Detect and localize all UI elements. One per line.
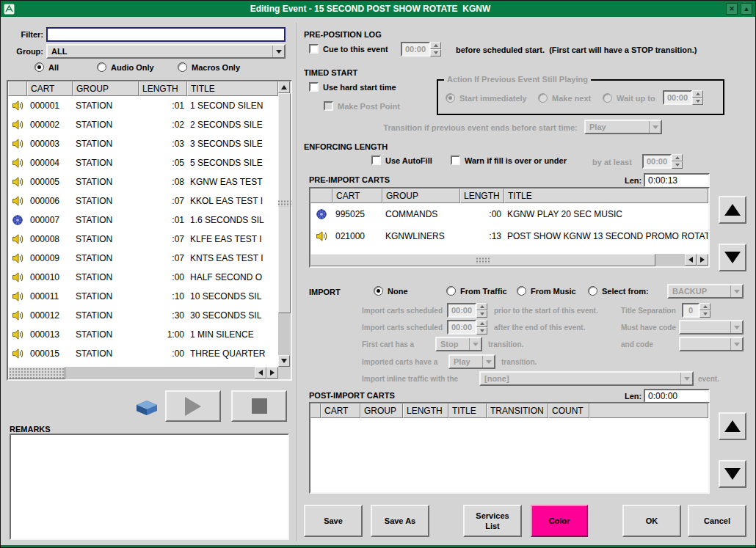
spin-arrows[interactable] bbox=[476, 320, 487, 335]
table-row[interactable]: 000003STATION:033 SECONDS SILE bbox=[8, 134, 278, 153]
cancel-button[interactable]: Cancel bbox=[688, 505, 746, 537]
save-button[interactable]: Save bbox=[304, 505, 363, 537]
cue-to-event-checkbox[interactable]: Cue to this event bbox=[309, 44, 388, 54]
filter-radio-all[interactable]: All bbox=[34, 62, 59, 72]
start-immediately-radio[interactable]: Start immediately bbox=[446, 93, 527, 103]
table-row[interactable]: 000015STATION:00THREE QUARTER bbox=[8, 344, 278, 363]
spin-arrows[interactable] bbox=[692, 90, 703, 105]
col-cart[interactable]: CART bbox=[332, 189, 382, 203]
col-count[interactable]: COUNT bbox=[548, 403, 589, 418]
col-title[interactable]: TITLE bbox=[448, 403, 487, 418]
spin-arrows[interactable] bbox=[430, 42, 441, 56]
use-autofill-checkbox[interactable]: Use AutoFill bbox=[371, 156, 432, 165]
pre-import-hscrollbar[interactable] bbox=[310, 254, 708, 266]
save-as-button[interactable]: Save As bbox=[371, 505, 429, 537]
scroll-left-icon[interactable] bbox=[685, 254, 697, 266]
and-code-combobox[interactable] bbox=[679, 337, 744, 351]
import-from-traffic-radio[interactable]: From Traffic bbox=[446, 286, 507, 296]
wait-time-spinbox[interactable]: 00:00 bbox=[663, 90, 703, 105]
title-separation-spinbox[interactable]: 0 bbox=[682, 303, 710, 318]
scroll-right-icon[interactable] bbox=[266, 367, 278, 379]
shade-icon[interactable]: ▲ bbox=[741, 3, 752, 15]
services-list-button[interactable]: Services List bbox=[463, 505, 522, 537]
warn-threshold-spinbox[interactable]: 00:00 bbox=[642, 154, 683, 169]
select-from-combobox[interactable]: BACKUP bbox=[667, 284, 744, 299]
warn-fill-checkbox[interactable]: Warn if fill is over or under bbox=[451, 156, 567, 165]
col-title[interactable]: TITLE bbox=[504, 189, 708, 203]
spin-arrows[interactable] bbox=[672, 154, 683, 169]
table-row[interactable]: 000009STATION:07KNTS EAS TEST I bbox=[8, 249, 278, 268]
scroll-thumb[interactable] bbox=[310, 254, 655, 266]
wait-up-to-radio[interactable]: Wait up to bbox=[603, 93, 655, 103]
col-length[interactable]: LENGTH bbox=[403, 403, 448, 418]
table-row[interactable]: 000002STATION:022 SECONDS SILE bbox=[8, 115, 278, 134]
table-row[interactable]: 000005STATION:08KGNW EAS TEST bbox=[8, 172, 278, 191]
pre-import-move-down-button[interactable] bbox=[719, 244, 746, 271]
table-row[interactable]: 000004STATION:055 SECONDS SILE bbox=[8, 153, 278, 172]
inline-traffic-combobox[interactable]: [none] bbox=[479, 371, 694, 386]
post-import-move-down-button[interactable] bbox=[719, 460, 746, 488]
col-icon[interactable] bbox=[310, 189, 332, 203]
col-title[interactable]: TITLE bbox=[187, 81, 278, 96]
col-transition[interactable]: TRANSITION bbox=[487, 403, 548, 418]
titlebar[interactable]: Editing Event - 15 SECOND POST SHOW ROTA… bbox=[1, 1, 755, 17]
first-cart-transition-combobox[interactable]: Stop bbox=[435, 337, 482, 351]
col-group[interactable]: GROUP bbox=[73, 81, 139, 96]
filter-radio-macros-only[interactable]: Macros Only bbox=[178, 62, 240, 72]
import-none-radio[interactable]: None bbox=[374, 286, 408, 296]
col-group[interactable]: GROUP bbox=[382, 189, 460, 203]
library-vscrollbar[interactable] bbox=[278, 81, 291, 367]
ok-button[interactable]: OK bbox=[622, 505, 681, 537]
library-hscrollbar[interactable] bbox=[8, 367, 278, 379]
must-have-code-combobox[interactable] bbox=[679, 320, 744, 335]
make-next-radio[interactable]: Make next bbox=[538, 93, 591, 103]
hard-start-checkbox[interactable]: Use hard start time bbox=[309, 82, 396, 92]
group-combobox[interactable]: ALL bbox=[46, 44, 286, 59]
scroll-down-icon[interactable] bbox=[278, 355, 290, 367]
color-button[interactable]: Color bbox=[531, 505, 588, 537]
scroll-thumb[interactable] bbox=[8, 367, 65, 379]
table-row[interactable]: 000008STATION:07KLFE EAS TEST I bbox=[8, 230, 278, 249]
scroll-track[interactable] bbox=[655, 254, 685, 266]
sched-after-spinbox[interactable]: 00:00 bbox=[447, 320, 487, 335]
scroll-track[interactable] bbox=[65, 367, 255, 379]
scroll-up-icon[interactable] bbox=[278, 81, 290, 93]
col-group[interactable]: GROUP bbox=[360, 403, 403, 418]
col-icon[interactable] bbox=[310, 403, 321, 418]
col-length[interactable]: LENGTH bbox=[460, 189, 504, 203]
post-point-checkbox[interactable]: Make Post Point bbox=[324, 101, 400, 111]
table-row[interactable]: 000013STATION1:001 MIN SILENCE bbox=[8, 325, 278, 344]
col-cart[interactable]: CART bbox=[27, 81, 73, 96]
cue-offset-spinbox[interactable]: 00:00 bbox=[401, 42, 441, 56]
spin-arrows[interactable] bbox=[699, 303, 710, 318]
table-row[interactable]: 000012STATION:3030 SECONDS SIL bbox=[8, 306, 278, 325]
import-from-music-radio[interactable]: From Music bbox=[517, 286, 576, 296]
stop-button[interactable] bbox=[231, 390, 287, 422]
table-row[interactable]: 021000KGNWLINERS:13POST SHOW KGNW 13 SEC… bbox=[310, 225, 708, 247]
import-select-from-radio[interactable]: Select from: bbox=[588, 286, 649, 296]
table-row[interactable]: 000007STATION:011.6 SECONDS SIL bbox=[8, 211, 278, 230]
table-row[interactable]: 000001STATION:011 SECOND SILEN bbox=[8, 96, 278, 115]
spin-arrows[interactable] bbox=[476, 303, 487, 318]
transition-combobox[interactable]: Play bbox=[584, 120, 662, 134]
post-import-move-up-button[interactable] bbox=[719, 412, 746, 440]
col-cart[interactable]: CART bbox=[321, 403, 360, 418]
scroll-track[interactable] bbox=[278, 313, 291, 355]
close-icon[interactable]: ✕ bbox=[726, 3, 738, 15]
scroll-right-icon[interactable] bbox=[697, 254, 708, 266]
scroll-left-icon[interactable] bbox=[255, 367, 266, 379]
sched-prior-spinbox[interactable]: 00:00 bbox=[447, 303, 487, 318]
table-row[interactable]: 000006STATION:07KKOL EAS TEST I bbox=[8, 191, 278, 211]
remarks-textarea[interactable] bbox=[10, 434, 289, 540]
col-length[interactable]: LENGTH bbox=[139, 81, 187, 96]
filter-input[interactable] bbox=[46, 27, 286, 42]
col-icon[interactable] bbox=[8, 81, 27, 96]
table-row[interactable]: 995025COMMANDS:00KGNW PLAY 20 SEC MUSIC bbox=[310, 203, 708, 225]
filter-radio-audio-only[interactable]: Audio Only bbox=[97, 62, 154, 72]
table-row[interactable]: 000010STATION:00HALF SECOND O bbox=[8, 268, 278, 287]
play-button[interactable] bbox=[165, 390, 221, 422]
imported-transition-combobox[interactable]: Play bbox=[448, 354, 495, 369]
scroll-thumb[interactable] bbox=[278, 93, 291, 313]
pre-import-move-up-button[interactable] bbox=[719, 196, 746, 224]
table-row[interactable]: 000011STATION:1010 SECONDS SIL bbox=[8, 287, 278, 306]
